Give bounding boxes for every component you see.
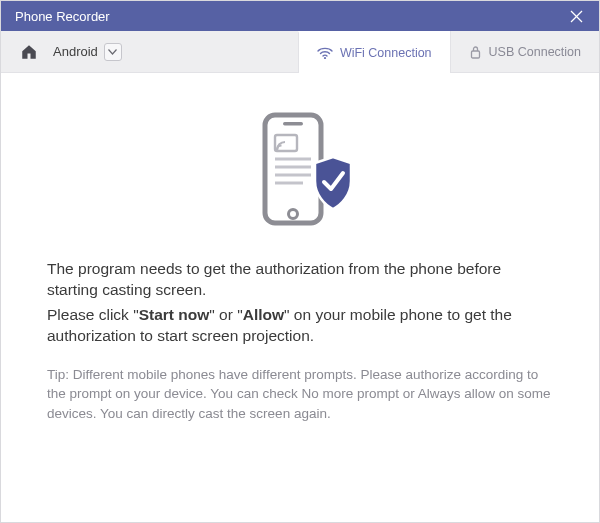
svg-rect-5 <box>283 122 303 126</box>
close-button[interactable] <box>563 3 589 29</box>
usb-lock-icon <box>469 45 482 59</box>
svg-rect-3 <box>471 51 479 58</box>
instruction-line-2: Please click "Start now" or "Allow" on y… <box>47 305 553 347</box>
tab-usb-label: USB Connection <box>489 45 581 59</box>
svg-point-6 <box>289 210 298 219</box>
content-area: The program needs to get the authorizati… <box>1 73 599 522</box>
svg-rect-7 <box>275 135 297 151</box>
svg-point-2 <box>324 56 326 58</box>
instruction-start-now: Start now <box>139 306 210 323</box>
instruction-line-2-pre: Please click " <box>47 306 139 323</box>
home-icon <box>20 43 38 61</box>
instruction-allow: Allow <box>243 306 284 323</box>
tab-wifi-connection[interactable]: WiFi Connection <box>298 31 450 72</box>
phone-shield-icon <box>245 111 355 231</box>
platform-dropdown-label: Android <box>53 44 98 59</box>
tab-usb-connection[interactable]: USB Connection <box>450 31 599 72</box>
svg-rect-4 <box>265 115 321 223</box>
titlebar-left: Phone Recorder <box>15 9 110 24</box>
toolbar: Android WiFi Connection USB Connection <box>1 31 599 73</box>
toolbar-spacer <box>140 31 298 72</box>
titlebar: Phone Recorder <box>1 1 599 31</box>
authorization-illustration <box>47 111 553 231</box>
instruction-line-1: The program needs to get the authorizati… <box>47 259 553 301</box>
app-window: Phone Recorder Android <box>0 0 600 523</box>
home-button[interactable] <box>11 31 47 72</box>
tab-wifi-label: WiFi Connection <box>340 46 432 60</box>
authorization-instructions: The program needs to get the authorizati… <box>47 259 553 347</box>
app-title: Phone Recorder <box>15 9 110 24</box>
instruction-line-2-mid: " or " <box>209 306 242 323</box>
tip-text: Tip: Different mobile phones have differ… <box>47 365 553 424</box>
chevron-down-icon <box>104 43 122 61</box>
close-icon <box>570 10 583 23</box>
wifi-icon <box>317 47 333 59</box>
platform-dropdown[interactable]: Android <box>47 31 140 72</box>
